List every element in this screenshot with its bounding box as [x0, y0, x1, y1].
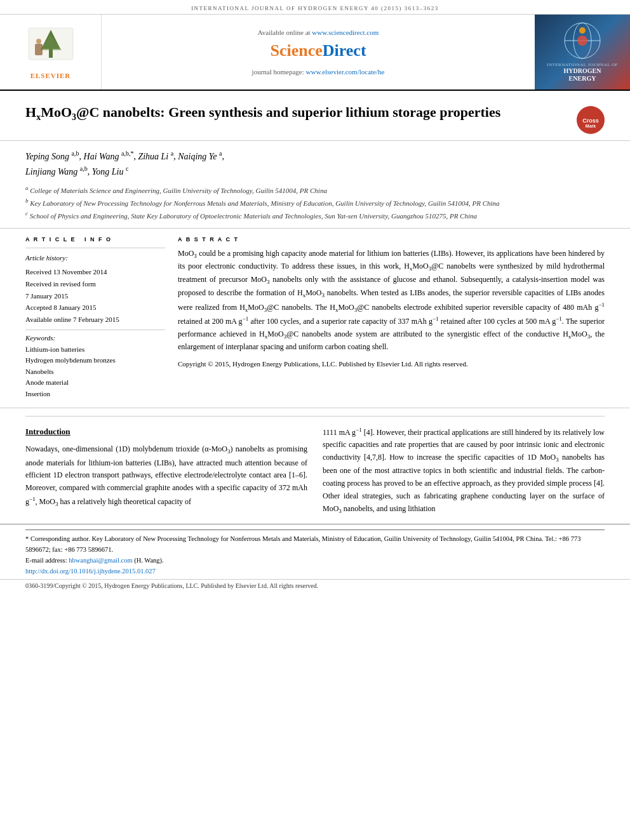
- authors-section: Yeping Song a,b, Hai Wang a,b,*, Zihua L…: [0, 141, 630, 229]
- sciencedirect-url-link[interactable]: www.sciencedirect.com: [312, 29, 379, 36]
- received-date: Received 13 November 2014: [25, 266, 165, 278]
- received-revised-label: Received in revised form: [25, 278, 165, 290]
- crossmark-icon: Cross Mark: [579, 109, 602, 131]
- journal-homepage-link[interactable]: www.elsevier.com/locate/he: [306, 68, 385, 76]
- author-zihua-li: Zihua Li: [138, 152, 168, 161]
- page-footer: 0360-3199/Copyright © 2015, Hydrogen Ene…: [0, 579, 630, 592]
- keyword-1: Lithium-ion batteries: [25, 344, 165, 356]
- intro-left-text: Nowadays, one-dimensional (1D) molybdenu…: [25, 443, 307, 509]
- intro-right-text: 1111 mA g−1 [4]. However, their practica…: [323, 425, 605, 516]
- article-history: Article history: Received 13 November 20…: [25, 248, 165, 326]
- keyword-4: Anode material: [25, 377, 165, 389]
- abstract-label: A B S T R A C T: [178, 236, 605, 243]
- svg-point-9: [577, 36, 587, 46]
- footnote-area: * Corresponding author. Key Laboratory o…: [0, 524, 630, 579]
- journal-header: INTERNATIONAL JOURNAL OF HYDROGEN ENERGY…: [0, 0, 630, 15]
- doi-link-container: http://dx.doi.org/10.1016/j.ijhydene.201…: [25, 566, 605, 577]
- elsevier-logo-svg: [22, 25, 79, 69]
- affil-b: b Key Laboratory of New Processing Techn…: [25, 197, 605, 208]
- affil-a: a College of Materials Science and Engin…: [25, 184, 605, 196]
- affil-c: c School of Physics and Engineering, Sta…: [25, 210, 605, 221]
- abstract-text: MoO3 could be a promising high capacity …: [178, 248, 605, 354]
- banner-center: Available online at www.sciencedirect.co…: [102, 15, 535, 90]
- journal-header-text: INTERNATIONAL JOURNAL OF HYDROGEN ENERGY…: [191, 5, 439, 11]
- banner: ELSEVIER Available online at www.science…: [0, 15, 630, 91]
- introduction-heading: Introduction: [25, 425, 307, 439]
- svg-text:Cross: Cross: [582, 117, 599, 124]
- journal-badge-icon: [563, 22, 601, 60]
- keyword-2: Hydrogen molybdenum bronzes: [25, 355, 165, 366]
- intro-left-col: Introduction Nowadays, one-dimensional (…: [25, 425, 307, 516]
- journal-homepage: journal homepage: www.elsevier.com/locat…: [252, 68, 385, 76]
- email-note: E-mail address: hbwanghai@gmail.com (H. …: [25, 556, 605, 566]
- authors-line: Yeping Song a,b, Hai Wang a,b,*, Zihua L…: [25, 149, 605, 179]
- svg-rect-1: [49, 49, 53, 58]
- affiliations: a College of Materials Science and Engin…: [25, 184, 605, 221]
- svg-point-5: [36, 39, 41, 44]
- author-hai-wang: Hai Wang: [84, 152, 119, 161]
- keyword-5: Insertion: [25, 389, 165, 400]
- author-yong-liu: Yong Liu: [92, 167, 124, 177]
- svg-point-10: [579, 27, 586, 34]
- svg-rect-4: [35, 44, 43, 55]
- keywords-label: Keywords:: [25, 334, 165, 342]
- doi-link[interactable]: http://dx.doi.org/10.1016/j.ijhydene.201…: [25, 568, 156, 575]
- author-linjiang-wang: Linjiang Wang: [25, 167, 77, 177]
- abstract-column: A B S T R A C T MoO3 could be a promisin…: [178, 236, 605, 400]
- article-title-section: HxMoO3@C nanobelts: Green synthesis and …: [0, 91, 630, 141]
- available-online-date: Available online 7 February 2015: [25, 314, 165, 326]
- elsevier-logo-area: ELSEVIER: [0, 15, 102, 90]
- accepted-date: Accepted 8 January 2015: [25, 302, 165, 314]
- article-info-label: A R T I C L E I N F O: [25, 236, 165, 243]
- journal-badge-area: International Journal of HYDROGEN ENERGY: [535, 15, 630, 90]
- page-footer-text: 0360-3199/Copyright © 2015, Hydrogen Ene…: [25, 582, 318, 589]
- corresponding-author-note: * Corresponding author. Key Laboratory o…: [25, 534, 605, 556]
- received-revised-date: 7 January 2015: [25, 290, 165, 302]
- intro-right-col: 1111 mA g−1 [4]. However, their practica…: [323, 425, 605, 516]
- author-yeping-song: Yeping Song: [25, 152, 69, 161]
- article-info-column: A R T I C L E I N F O Article history: R…: [25, 236, 165, 400]
- email-link[interactable]: hbwanghai@gmail.com: [69, 557, 132, 564]
- available-text: Available online at www.sciencedirect.co…: [258, 29, 379, 36]
- svg-text:Mark: Mark: [586, 124, 596, 128]
- body-content: Introduction Nowadays, one-dimensional (…: [0, 408, 630, 524]
- article-title: HxMoO3@C nanobelts: Green synthesis and …: [25, 103, 564, 124]
- introduction-section: Introduction Nowadays, one-dimensional (…: [25, 425, 605, 516]
- copyright-text: Copyright © 2015, Hydrogen Energy Public…: [178, 359, 605, 370]
- sciencedirect-brand: ScienceDirect: [270, 41, 366, 60]
- keywords-block: Keywords: Lithium-ion batteries Hydrogen…: [25, 330, 165, 400]
- author-naiqing-ye: Naiqing Ye: [178, 152, 217, 161]
- keyword-3: Nanobelts: [25, 366, 165, 378]
- article-info-abstract-section: A R T I C L E I N F O Article history: R…: [0, 229, 630, 408]
- journal-badge: International Journal of HYDROGEN ENERGY: [547, 22, 618, 83]
- elsevier-brand-text: ELSEVIER: [30, 72, 71, 79]
- article-history-label: Article history:: [25, 252, 165, 264]
- crossmark-badge[interactable]: Cross Mark: [577, 106, 605, 134]
